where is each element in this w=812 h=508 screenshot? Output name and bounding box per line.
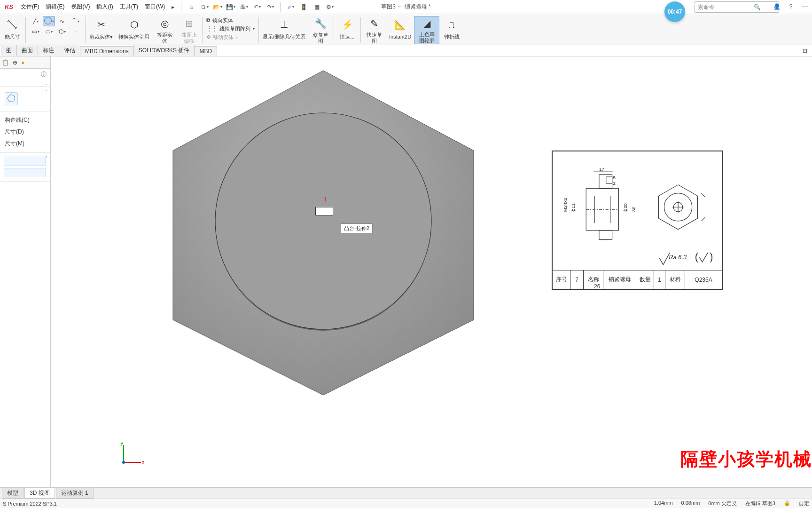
- circle-icon[interactable]: ▾: [43, 16, 55, 26]
- menu-tools[interactable]: 工具(T): [118, 1, 140, 12]
- label[interactable]: 线性草图阵列: [219, 25, 250, 32]
- undo-icon[interactable]: ↶▾: [252, 2, 262, 12]
- param-input-2[interactable]: [4, 168, 46, 177]
- tab-annotate[interactable]: 标注: [38, 45, 59, 56]
- feature-tree-icon[interactable]: 📋: [2, 59, 9, 66]
- arc-icon[interactable]: ⌒▾: [69, 16, 81, 26]
- construction-option[interactable]: 构造线(C): [2, 114, 48, 126]
- search-input[interactable]: 索命令 🔍 ▾: [695, 1, 779, 13]
- menu-edit[interactable]: 编辑(E): [44, 1, 66, 12]
- value: 7: [570, 270, 584, 289]
- menu-more-arrow[interactable]: ▸: [170, 2, 176, 12]
- minimize-icon[interactable]: —: [800, 1, 810, 12]
- btab-3dview[interactable]: 3D 视图: [24, 488, 55, 499]
- quick-icon[interactable]: ⚡: [338, 16, 357, 33]
- svg-text:5: 5: [613, 175, 616, 180]
- traffic-icon[interactable]: 🚦: [298, 2, 309, 12]
- triad-icon[interactable]: y x: [117, 441, 145, 469]
- size-m-option[interactable]: 尺寸(M): [2, 138, 48, 150]
- redo-icon[interactable]: ↷▾: [265, 2, 275, 12]
- canvas[interactable]: ↑ — 凸台-拉伸2 y x: [51, 56, 812, 487]
- ribbon-trim[interactable]: ✂ 剪裁实体▾: [86, 16, 116, 44]
- svg-text:(: (: [695, 251, 699, 262]
- ribbon-surface-offset[interactable]: ⊞ 曲面上 偏移: [177, 16, 201, 44]
- separator: [360, 17, 361, 43]
- tab-surface[interactable]: 曲面: [16, 45, 38, 56]
- pattern-icon[interactable]: ⋮⋮: [206, 25, 218, 32]
- appearance-tab-icon[interactable]: ●: [21, 59, 24, 66]
- ribbon-quick-sketch[interactable]: ✎ 快速草 图: [362, 16, 386, 44]
- ribbon-shaded[interactable]: ◢ 上色草 图轮廓: [414, 16, 439, 44]
- polygon-icon[interactable]: ⬡▾: [56, 26, 68, 37]
- bottom-tabs: 模型 3D 视图 运动算例 1: [0, 487, 812, 499]
- ribbon-mirror-group: ⧉镜向实体 ⋮⋮线性草图阵列▾ ✥移动实体▾: [203, 16, 258, 44]
- close-panel-icon[interactable]: ⊡: [800, 46, 810, 56]
- svg-text:M24x2: M24x2: [562, 198, 568, 212]
- tab-mbd[interactable]: MBD: [194, 46, 217, 56]
- shaded-icon[interactable]: ◢: [417, 16, 436, 31]
- svg-rect-10: [606, 177, 612, 183]
- spline-icon[interactable]: ∿: [56, 16, 68, 26]
- separator: [202, 17, 203, 43]
- menu-file[interactable]: 文件(F): [19, 1, 41, 12]
- tab-feature[interactable]: 图: [1, 45, 17, 56]
- relations-icon[interactable]: ⊥: [275, 16, 294, 33]
- chevron-up-icon[interactable]: ˄: [45, 156, 47, 161]
- param-input-1[interactable]: [4, 157, 46, 166]
- settings-icon[interactable]: ⚙▾: [325, 2, 335, 12]
- document-title: 草图3 ← 锁紧螺母 *: [381, 3, 430, 11]
- btab-model[interactable]: 模型: [2, 488, 23, 499]
- ribbon-instant2d[interactable]: 📐 Instant2D: [386, 16, 414, 44]
- quick-sketch-icon[interactable]: ✎: [365, 16, 383, 31]
- help-mini-icon[interactable]: ⓘ: [41, 71, 47, 78]
- slot-icon[interactable]: ⬭▾: [43, 26, 55, 37]
- separator: [280, 2, 281, 12]
- ribbon-relations[interactable]: ⊥ 显示/删除几何关系: [260, 16, 308, 44]
- trim-icon[interactable]: ✂: [92, 16, 110, 33]
- menu-view[interactable]: 视图(V): [69, 1, 92, 12]
- mirror-icon[interactable]: ⧉: [206, 17, 211, 24]
- select-icon[interactable]: ⬀▾: [285, 2, 296, 12]
- circle-center-icon[interactable]: [5, 92, 18, 105]
- search-icon[interactable]: 🔍: [754, 4, 761, 10]
- statusbar: S Premium 2022 SP3.1 1.04mm 0.08mm 0mm 欠…: [0, 499, 812, 508]
- chevron-up-icon[interactable]: ˄: [45, 89, 47, 95]
- line-icon[interactable]: ╱▾: [30, 16, 42, 26]
- config-icon[interactable]: ⊕: [13, 59, 17, 66]
- ribbon-dimension[interactable]: 能尺寸: [0, 16, 24, 44]
- user-icon[interactable]: 👤: [772, 1, 782, 12]
- new-icon[interactable]: 🗋▾: [199, 2, 210, 12]
- rect-icon[interactable]: ▭▾: [30, 26, 42, 37]
- tab-mbd-dim[interactable]: MBD Dimensions: [80, 46, 134, 56]
- home-icon[interactable]: ⌂: [186, 2, 196, 12]
- label[interactable]: 镜向实体: [212, 17, 233, 24]
- offset-icon[interactable]: ◎: [155, 16, 174, 31]
- tab-plugins[interactable]: SOLIDWORKS 插件: [133, 45, 195, 56]
- size-d-option[interactable]: 尺寸(D): [2, 126, 48, 138]
- print-icon[interactable]: 🖶▾: [239, 2, 249, 12]
- instant2d-icon[interactable]: 📐: [391, 16, 410, 33]
- menu-insert[interactable]: 插入(I): [94, 1, 115, 12]
- ribbon-offset[interactable]: ◎ 等距实 体: [152, 16, 177, 44]
- ribbon-repair[interactable]: 🔧 修复草 图: [308, 16, 333, 44]
- tab-evaluate[interactable]: 评估: [59, 45, 80, 56]
- convert-icon[interactable]: ⬡: [125, 16, 143, 33]
- ribbon-convert[interactable]: ⬡ 转换实体引用: [116, 16, 152, 44]
- status-coord1: 1.04mm: [654, 500, 673, 507]
- menu-window[interactable]: 窗口(W): [143, 1, 167, 12]
- ribbon-sketch-tools: ╱▾ ▾ ∿ ⌒▾ ▭▾ ⬭▾ ⬡▾ ·: [27, 16, 84, 44]
- point-icon[interactable]: ·: [69, 26, 81, 37]
- help-icon[interactable]: ?: [786, 1, 796, 12]
- break-icon[interactable]: ⎍: [442, 16, 461, 33]
- list-icon[interactable]: ▦: [312, 2, 322, 12]
- label: 上色草 图轮廓: [419, 32, 435, 44]
- open-icon[interactable]: 📂▾: [212, 2, 223, 12]
- dimension-icon[interactable]: [3, 16, 22, 33]
- save-icon[interactable]: 💾▾: [226, 2, 236, 12]
- ribbon-quick[interactable]: ⚡ 快速...: [335, 16, 359, 44]
- repair-icon[interactable]: 🔧: [311, 16, 330, 31]
- ribbon-break[interactable]: ⎍ 转折线: [439, 16, 464, 44]
- label: Instant2D: [389, 34, 411, 40]
- status-lock-icon[interactable]: 🔒: [784, 500, 790, 507]
- btab-motion[interactable]: 运动算例 1: [56, 488, 94, 499]
